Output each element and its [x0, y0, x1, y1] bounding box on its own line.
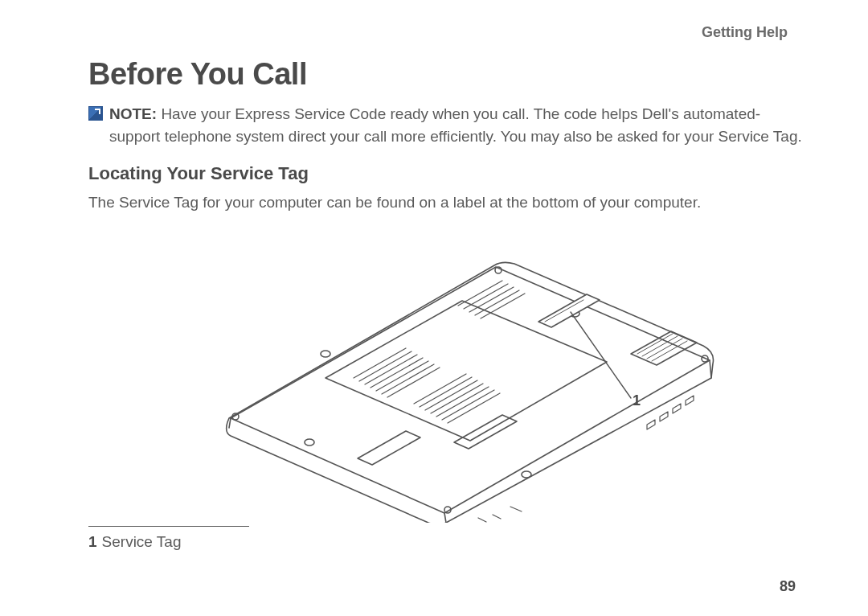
page-number: 89	[780, 578, 796, 595]
svg-point-5	[522, 471, 531, 478]
note-block: NOTE: Have your Express Service Code rea…	[88, 103, 804, 147]
laptop-bottom-illustration	[157, 217, 735, 523]
subheading: Locating Your Service Tag	[88, 163, 804, 184]
note-text: NOTE: Have your Express Service Code rea…	[109, 103, 804, 147]
svg-point-4	[305, 439, 314, 446]
note-icon	[88, 106, 103, 121]
figure-legend: 1Service Tag	[88, 526, 804, 551]
page-title: Before You Call	[88, 57, 804, 92]
svg-line-8	[571, 312, 631, 398]
sub-text: The Service Tag for your computer can be…	[88, 192, 804, 214]
callout-1: 1	[633, 392, 641, 409]
svg-point-6	[321, 351, 330, 357]
legend-number: 1	[88, 533, 97, 550]
service-tag-figure: 1	[157, 217, 735, 523]
running-header: Getting Help	[88, 24, 788, 41]
legend-rule	[88, 526, 249, 527]
legend-label: Service Tag	[102, 533, 182, 550]
note-label: NOTE:	[109, 105, 157, 122]
note-body: Have your Express Service Code ready whe…	[109, 105, 802, 145]
